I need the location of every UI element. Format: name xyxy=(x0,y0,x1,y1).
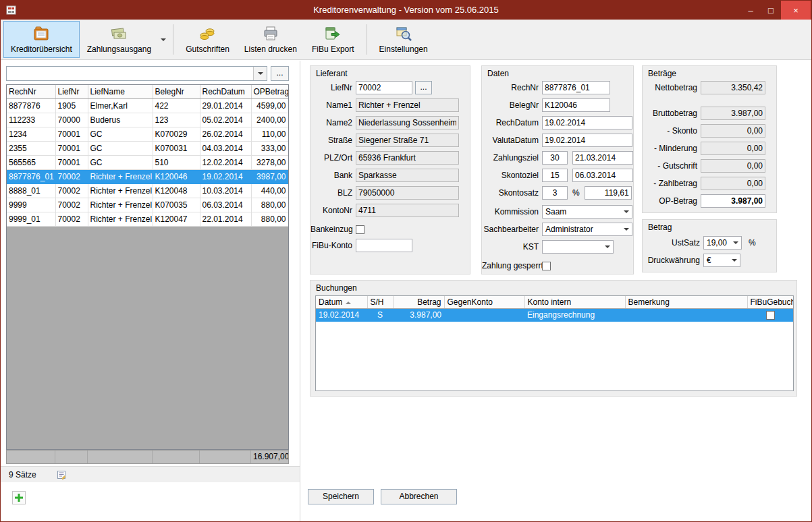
column-header-rechdatum[interactable]: RechDatum xyxy=(200,85,251,98)
belegnr-input[interactable] xyxy=(542,98,610,112)
table-row[interactable]: 235570001GCK07003104.03.2014333,00 xyxy=(7,141,288,155)
buchung-row[interactable]: 19.02.2014 S 3.987,00 Eingangsrechnung xyxy=(316,308,793,322)
column-header-betrag[interactable]: Betrag xyxy=(393,296,444,308)
skontobetrag-input[interactable] xyxy=(585,186,632,200)
table-row[interactable]: 123470001GCK07002926.02.2014110,00 xyxy=(7,127,288,141)
nettobetrag-label: Nettobetrag xyxy=(643,83,701,92)
table-row[interactable]: 9999_0170002Richter + FrenzelK12004722.0… xyxy=(7,212,288,226)
creditors-grid[interactable]: RechNr LiefNr LiefName BelegNr RechDatum… xyxy=(6,84,289,450)
grid-cell: 70001 xyxy=(55,127,88,141)
table-row[interactable]: 8877876_0170002Richter + FrenzelK1200461… xyxy=(7,169,288,183)
column-header-rechnr[interactable]: RechNr xyxy=(7,85,55,98)
strasse-input[interactable] xyxy=(356,134,459,147)
kontonr-input[interactable] xyxy=(356,204,459,217)
plzort-input[interactable] xyxy=(356,151,459,165)
toolbar-zahlungsausgang-button[interactable]: Zahlungsausgang xyxy=(80,21,159,58)
column-header-opbetrag[interactable]: OPBetrag xyxy=(251,85,288,98)
speichern-button[interactable]: Speichern xyxy=(308,489,374,504)
blz-input[interactable] xyxy=(356,186,459,200)
fibugebucht-checkbox[interactable] xyxy=(766,311,775,320)
table-row[interactable]: 11223370000Buderus12305.02.20142400,00 xyxy=(7,113,288,127)
toolbar: Kreditorübersicht Zahlungsausgang Gutsch… xyxy=(1,20,811,60)
abbrechen-button[interactable]: Abbrechen xyxy=(381,489,457,504)
chevron-down-icon xyxy=(258,72,263,75)
bank-input[interactable] xyxy=(356,169,459,182)
grid-cell: K070035 xyxy=(153,198,200,212)
column-header-datum[interactable]: Datum xyxy=(316,296,367,308)
buchungen-header-row: Datum S/H Betrag GegenKonto Konto intern… xyxy=(316,296,793,308)
grid-cell: K120048 xyxy=(153,183,200,198)
column-header-liefnr[interactable]: LiefNr xyxy=(55,85,88,98)
kst-dropdown[interactable] xyxy=(542,240,614,254)
grid-cell: 9999_01 xyxy=(7,212,55,226)
skontoziel-label: Skontoziel xyxy=(482,171,542,180)
minimize-button[interactable]: – xyxy=(740,1,761,20)
group-title: Buchungen xyxy=(316,283,357,293)
grid-cell: 70002 xyxy=(55,169,88,183)
bank-label: Bank xyxy=(310,171,356,180)
maximize-button[interactable]: □ xyxy=(761,1,781,20)
lieferant-browse-button[interactable]: ... xyxy=(415,81,432,94)
buchung-sh: S xyxy=(367,308,393,322)
sachbearbeiter-label: Sachbearbeiter xyxy=(482,225,542,234)
fibukonto-input[interactable] xyxy=(356,239,412,252)
toolbar-label-kreditoruebersicht: Kreditorübersicht xyxy=(11,45,72,54)
kommission-dropdown[interactable]: Saam xyxy=(542,205,632,219)
column-header-konto-intern[interactable]: Konto intern xyxy=(524,296,625,308)
grid-cell: 110,00 xyxy=(251,127,288,141)
column-header-liefname[interactable]: LiefName xyxy=(88,85,153,98)
zahlungsausgang-dropdown-arrow[interactable] xyxy=(159,21,168,58)
rechnr-input[interactable] xyxy=(542,81,610,94)
sachbearbeiter-dropdown[interactable]: Administrator xyxy=(542,223,632,236)
skontoziel-days-input[interactable] xyxy=(542,169,568,182)
zahlung-gesperrt-checkbox[interactable] xyxy=(542,262,551,270)
table-row[interactable]: 999970002Richter + FrenzelK07003506.03.2… xyxy=(7,198,288,212)
lieferant-group: Lieferant LiefNr ... Name1 Name2 Straße … xyxy=(310,65,470,274)
name2-input[interactable] xyxy=(356,116,459,129)
column-header-fibugebucht[interactable]: FiBuGebucht xyxy=(747,296,793,308)
column-header-belegnr[interactable]: BelegNr xyxy=(153,85,200,98)
grid-cell: 4599,00 xyxy=(251,98,288,113)
table-row[interactable]: 56556570001GC51012.02.20143278,00 xyxy=(7,155,288,169)
toolbar-gutschriften-button[interactable]: Gutschriften xyxy=(178,21,237,58)
fibukonto-label: FiBu-Konto xyxy=(310,241,356,250)
name1-input[interactable] xyxy=(356,98,459,112)
add-record-button[interactable] xyxy=(12,491,26,504)
table-row[interactable]: 88778761905Elmer,Karl42229.01.20144599,0… xyxy=(7,98,288,113)
skontosatz-input[interactable] xyxy=(542,186,568,200)
search-dropdown-button[interactable] xyxy=(253,67,267,80)
search-browse-button[interactable]: ... xyxy=(271,66,289,81)
bankeinzug-checkbox[interactable] xyxy=(356,225,364,234)
toolbar-einstellungen-button[interactable]: Einstellungen xyxy=(372,21,435,58)
toolbar-fibu-export-button[interactable]: FiBu Export xyxy=(304,21,362,58)
liefnr-input[interactable] xyxy=(356,81,412,94)
grid-cell: 29.01.2014 xyxy=(200,98,251,113)
column-header-sh[interactable]: S/H xyxy=(367,296,393,308)
column-header-gegenkonto[interactable]: GegenKonto xyxy=(444,296,524,308)
valutadatum-input[interactable] xyxy=(542,134,632,147)
search-input[interactable] xyxy=(7,67,253,80)
grid-cell: 510 xyxy=(153,155,200,169)
ustsatz-label: UstSatz xyxy=(643,238,703,248)
grid-cell: 2355 xyxy=(7,141,55,155)
toolbar-kreditoruebersicht-button[interactable]: Kreditorübersicht xyxy=(3,21,80,58)
druckwaehrung-dropdown[interactable]: € xyxy=(703,254,740,267)
skonto-field xyxy=(701,124,765,138)
buchung-bemerkung xyxy=(625,308,747,322)
zahlungsziel-days-input[interactable] xyxy=(542,151,568,165)
panel-splitter[interactable] xyxy=(300,61,300,522)
toolbar-listen-drucken-button[interactable]: Listen drucken xyxy=(237,21,304,58)
skontoziel-date-input[interactable] xyxy=(572,169,633,182)
rechdatum-input[interactable] xyxy=(542,116,632,129)
zahlungsziel-label: Zahlungsziel xyxy=(482,153,542,163)
notes-icon[interactable] xyxy=(57,470,66,480)
total-cell xyxy=(55,451,88,463)
ustsatz-value: 19,00 xyxy=(707,238,727,248)
zahlungsziel-date-input[interactable] xyxy=(572,151,633,165)
close-button[interactable]: × xyxy=(781,1,811,20)
grid-total-row: 16.907,00 xyxy=(6,450,289,464)
column-header-bemerkung[interactable]: Bemerkung xyxy=(625,296,747,308)
ustsatz-dropdown[interactable]: 19,00 xyxy=(703,236,742,250)
table-row[interactable]: 8888_0170002Richter + FrenzelK12004810.0… xyxy=(7,183,288,198)
buchungen-grid[interactable]: Datum S/H Betrag GegenKonto Konto intern… xyxy=(315,295,794,391)
